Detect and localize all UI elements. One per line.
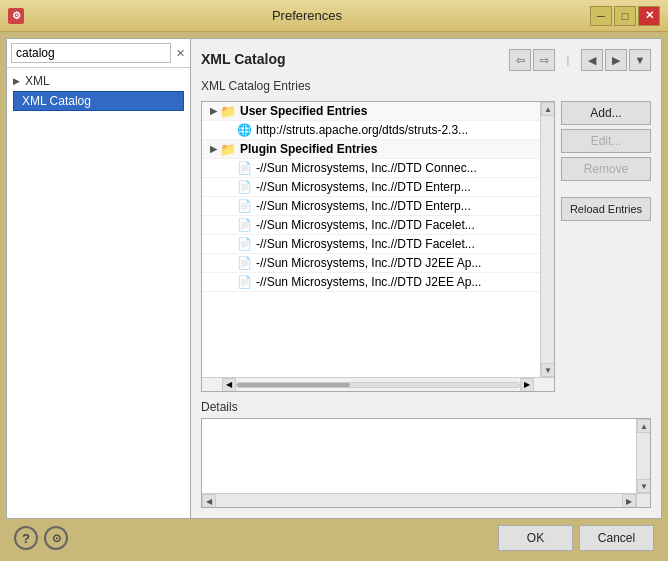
doc-icon: 📄	[236, 275, 252, 289]
list-item[interactable]: 📄 -//Sun Microsystems, Inc.//DTD Connec.…	[202, 159, 540, 178]
minimize-button[interactable]: ─	[590, 6, 612, 26]
section-label: XML Catalog Entries	[201, 79, 651, 93]
details-scroll-track-v	[637, 433, 650, 479]
entry-label: -//Sun Microsystems, Inc.//DTD Enterp...	[256, 180, 471, 194]
list-item[interactable]: ▶ 📁 User Specified Entries	[202, 102, 540, 121]
remove-button[interactable]: Remove	[561, 157, 651, 181]
list-item[interactable]: 📄 -//Sun Microsystems, Inc.//DTD Facelet…	[202, 235, 540, 254]
search-bar: ✕	[7, 39, 190, 68]
entry-label: http://struts.apache.org/dtds/struts-2.3…	[256, 123, 468, 137]
details-scroll-up[interactable]: ▲	[637, 419, 651, 433]
dropdown-button[interactable]: ▼	[629, 49, 651, 71]
details-section: Details ▲ ▼ ◀ ▶	[201, 400, 651, 508]
window-title: Preferences	[24, 8, 590, 23]
catalog-label: XML Catalog	[22, 94, 91, 108]
next-button[interactable]: ▶	[605, 49, 627, 71]
add-button[interactable]: Add...	[561, 101, 651, 125]
right-panel: XML Catalog ⇦ ⇨ | ◀ ▶ ▼ XML Catalog Entr…	[191, 38, 662, 519]
content-row: ✕ ▶ XML XML Catalog XML Catalog ⇦ ⇨ |	[6, 38, 662, 519]
scroll-up-arrow[interactable]: ▲	[541, 102, 554, 116]
details-scroll-left[interactable]: ◀	[202, 494, 216, 508]
entry-label: -//Sun Microsystems, Inc.//DTD J2EE Ap..…	[256, 275, 481, 289]
details-vertical-scrollbar[interactable]: ▲ ▼	[636, 419, 650, 493]
entry-label: -//Sun Microsystems, Inc.//DTD J2EE Ap..…	[256, 256, 481, 270]
tree-area: ▶ XML XML Catalog	[7, 68, 190, 518]
tree-item-xml[interactable]: ▶ XML	[9, 72, 188, 90]
details-scroll-track-h	[216, 494, 622, 507]
scroll-right-arrow[interactable]: ▶	[520, 378, 534, 392]
catalog-horizontal-scrollbar[interactable]: ◀ ▶	[202, 377, 554, 391]
doc-icon: 📄	[236, 256, 252, 270]
toolbar-icons: ⇦ ⇨ | ◀ ▶ ▼	[509, 49, 651, 71]
doc-icon: 📄	[236, 161, 252, 175]
separator: |	[557, 49, 579, 71]
forward-button[interactable]: ⇨	[533, 49, 555, 71]
entries-scroll[interactable]: ▶ 📁 User Specified Entries 🌐 http://stru…	[202, 102, 554, 292]
left-panel: ✕ ▶ XML XML Catalog	[6, 38, 191, 519]
doc-icon: 📄	[236, 199, 252, 213]
title-bar: ⚙ Preferences ─ □ ✕	[0, 0, 668, 32]
folder-icon: 📁	[220, 104, 236, 118]
catalog-vertical-scrollbar[interactable]: ▲ ▼	[540, 102, 554, 377]
list-item[interactable]: 📄 -//Sun Microsystems, Inc.//DTD Enterp.…	[202, 178, 540, 197]
help-button[interactable]: ?	[14, 526, 38, 550]
edit-button[interactable]: Edit...	[561, 129, 651, 153]
close-button[interactable]: ✕	[638, 6, 660, 26]
maximize-button[interactable]: □	[614, 6, 636, 26]
cancel-button[interactable]: Cancel	[579, 525, 654, 551]
list-item[interactable]: 🌐 http://struts.apache.org/dtds/struts-2…	[202, 121, 540, 140]
doc-icon: 📄	[236, 237, 252, 251]
search-input[interactable]	[11, 43, 171, 63]
doc-icon: 📄	[236, 218, 252, 232]
search-clear-button[interactable]: ✕	[175, 45, 186, 61]
app-icon: ⚙	[8, 8, 24, 24]
panel-title: XML Catalog	[201, 51, 286, 67]
entry-label: -//Sun Microsystems, Inc.//DTD Enterp...	[256, 199, 471, 213]
help-icons: ? ⊙	[14, 526, 68, 550]
entries-wrapper: ▶ 📁 User Specified Entries 🌐 http://stru…	[202, 102, 554, 377]
dialog-buttons: OK Cancel	[498, 525, 654, 551]
side-buttons: Add... Edit... Remove Reload Entries	[561, 101, 651, 392]
main-area: ✕ ▶ XML XML Catalog XML Catalog ⇦ ⇨ |	[0, 32, 668, 561]
details-scroll-down[interactable]: ▼	[637, 479, 651, 493]
list-item[interactable]: 📄 -//Sun Microsystems, Inc.//DTD J2EE Ap…	[202, 254, 540, 273]
list-item[interactable]: 📄 -//Sun Microsystems, Inc.//DTD Enterp.…	[202, 197, 540, 216]
window-controls: ─ □ ✕	[590, 6, 660, 26]
ok-button[interactable]: OK	[498, 525, 573, 551]
toolbar-row: XML Catalog ⇦ ⇨ | ◀ ▶ ▼	[201, 49, 651, 71]
entry-label: User Specified Entries	[240, 104, 367, 118]
catalog-entries-container: ▶ 📁 User Specified Entries 🌐 http://stru…	[201, 101, 555, 392]
entries-and-buttons: ▶ 📁 User Specified Entries 🌐 http://stru…	[201, 101, 651, 392]
bottom-bar: ? ⊙ OK Cancel	[6, 519, 662, 555]
scroll-track-v	[541, 116, 554, 363]
tree-item-xml-catalog[interactable]: XML Catalog	[13, 91, 184, 111]
folder-icon: 📁	[220, 142, 236, 156]
details-horizontal-scrollbar[interactable]: ◀ ▶	[202, 493, 636, 507]
list-item[interactable]: ▶ 📁 Plugin Specified Entries	[202, 140, 540, 159]
reload-entries-button[interactable]: Reload Entries	[561, 197, 651, 221]
prev-button[interactable]: ◀	[581, 49, 603, 71]
preferences-button[interactable]: ⊙	[44, 526, 68, 550]
list-item[interactable]: 📄 -//Sun Microsystems, Inc.//DTD J2EE Ap…	[202, 273, 540, 292]
entry-arrow: ▶	[210, 144, 220, 154]
xml-label: XML	[25, 74, 50, 88]
entry-label: Plugin Specified Entries	[240, 142, 377, 156]
scroll-down-arrow[interactable]: ▼	[541, 363, 554, 377]
scroll-left-arrow[interactable]: ◀	[222, 378, 236, 392]
details-scroll-corner	[636, 493, 650, 507]
entry-arrow: ▶	[210, 106, 220, 116]
details-box: ▲ ▼ ◀ ▶	[201, 418, 651, 508]
entry-label: -//Sun Microsystems, Inc.//DTD Connec...	[256, 161, 477, 175]
list-item[interactable]: 📄 -//Sun Microsystems, Inc.//DTD Facelet…	[202, 216, 540, 235]
entry-label: -//Sun Microsystems, Inc.//DTD Facelet..…	[256, 218, 475, 232]
details-scroll-right[interactable]: ▶	[622, 494, 636, 508]
url-icon: 🌐	[236, 123, 252, 137]
tree-arrow-xml: ▶	[13, 76, 25, 86]
scroll-track-h	[236, 382, 520, 388]
back-button[interactable]: ⇦	[509, 49, 531, 71]
details-label: Details	[201, 400, 651, 414]
entry-label: -//Sun Microsystems, Inc.//DTD Facelet..…	[256, 237, 475, 251]
doc-icon: 📄	[236, 180, 252, 194]
